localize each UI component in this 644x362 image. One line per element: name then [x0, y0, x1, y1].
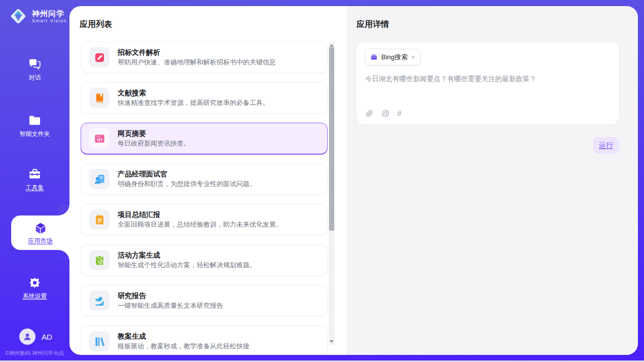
- brand-logo-icon: [8, 6, 28, 26]
- sidebar-item-label: 应用市场: [28, 238, 53, 244]
- sidebar-item-label: 工具集: [26, 185, 44, 191]
- app-card-desc: 明确身份和职责，为您提供专业性的面试问题。: [118, 180, 256, 188]
- app-card-title: 产品经理面试官: [118, 170, 256, 178]
- app-card-title: 招标文件解析: [118, 49, 276, 56]
- book-icon: [89, 88, 110, 108]
- app-card[interactable]: 文献搜索快速精准查找学术资源，提高研究效率的必备工具。: [81, 82, 328, 114]
- at-icon[interactable]: @: [381, 109, 389, 118]
- folder-icon: [28, 114, 42, 127]
- brand: 神州问学 Smart Vision: [8, 6, 67, 26]
- avatar[interactable]: [19, 329, 35, 345]
- app-card-desc: 智能生成个性化活动方案，轻松解决规划难题。: [118, 262, 256, 269]
- user-initials: AD: [42, 333, 52, 341]
- sidebar-item-cube[interactable]: 应用市场: [11, 215, 69, 250]
- app-detail-title: 应用详情: [356, 19, 389, 30]
- notepad-icon: [89, 209, 110, 230]
- copyright-footer: ©神州数码·神州问学出品: [0, 350, 69, 357]
- app-card[interactable]: 活动方案生成智能生成个性化活动方案，轻松解决规划难题。: [81, 244, 328, 276]
- app-card-desc: 每日政府新闻资讯快查。: [118, 140, 190, 147]
- app-card-list: 招标文件解析帮助用户快速、准确地理解和解析招标书中的关键信息文献搜索快速精准查找…: [81, 42, 328, 355]
- microscope-icon: [89, 291, 110, 311]
- app-card-title: 网页摘要: [118, 130, 190, 137]
- gear-icon: [28, 276, 42, 289]
- app-list-title: 应用列表: [80, 19, 112, 30]
- scrollbar[interactable]: [329, 42, 335, 345]
- cube-icon: [33, 221, 48, 236]
- toolbox-icon: [28, 167, 42, 181]
- sidebar-item-folder[interactable]: 智能文件夹: [0, 114, 69, 137]
- app-card-desc: 模板驱动，教案秒成，教学准备从此轻松快捷: [118, 343, 249, 350]
- app-list-pane: 应用列表 招标文件解析帮助用户快速、准确地理解和解析招标书中的关键信息文献搜索快…: [69, 6, 346, 355]
- sidebar: 神州问学 Smart Vision 对话智能文件夹工具集应用市场系统设置 AD …: [0, 0, 69, 362]
- app-card[interactable]: 研究报告一键智能生成高质量长文本研究报告: [81, 285, 328, 316]
- app-card-desc: 一键智能生成高质量长文本研究报告: [118, 302, 223, 309]
- sidebar-item-gear[interactable]: 系统设置: [0, 276, 69, 300]
- main-panel: 应用列表 招标文件解析帮助用户快速、准确地理解和解析招标书中的关键信息文献搜索快…: [69, 6, 638, 355]
- scrollbar-thumb[interactable]: [329, 47, 334, 231]
- prompt-toolbar: @ #: [365, 109, 402, 118]
- app-card-title: 教案生成: [118, 333, 249, 340]
- app-card[interactable]: 网页摘要每日政府新闻资讯快查。: [81, 123, 328, 154]
- app-card-title: 研究报告: [118, 292, 223, 300]
- query-input[interactable]: 今日湖北有哪些新闻要点？有哪些需要关注的最新政策？: [365, 74, 611, 84]
- brand-subtitle: Smart Vision: [32, 18, 67, 24]
- app-card[interactable]: 产品经理面试官明确身份和职责，为您提供专业性的面试问题。: [81, 163, 328, 195]
- paperclip-icon[interactable]: [365, 109, 374, 118]
- edit-square-icon: [89, 47, 110, 67]
- brand-name: 神州问学: [32, 9, 67, 18]
- prompt-card: Bing搜索 × 今日湖北有哪些新闻要点？有哪些需要关注的最新政策？ @ #: [356, 42, 620, 125]
- hash-icon[interactable]: #: [397, 109, 402, 118]
- app-card-title: 文献搜索: [118, 89, 269, 97]
- sidebar-item-label: 对话: [29, 75, 41, 81]
- sidebar-item-toolbox[interactable]: 工具集: [0, 167, 69, 191]
- clipboard-check-icon: [89, 250, 110, 270]
- app-card[interactable]: 招标文件解析帮助用户快速、准确地理解和解析招标书中的关键信息: [81, 42, 328, 73]
- briefcase-icon: [370, 53, 378, 61]
- tool-chip-label: Bing搜索: [381, 53, 408, 62]
- app-card[interactable]: 项目总结汇报全面回顾项目进展，总结经验教训，助力未来优化发展。: [81, 204, 328, 235]
- person-doc-icon: [89, 169, 110, 189]
- scroll-down-icon[interactable]: [329, 339, 335, 343]
- app-card-desc: 快速精准查找学术资源，提高研究效率的必备工具。: [118, 99, 269, 106]
- sidebar-item-label: 系统设置: [23, 293, 47, 300]
- books-icon: [89, 331, 110, 351]
- chip-close-icon[interactable]: ×: [411, 54, 415, 60]
- chat-icon: [28, 57, 42, 71]
- app-detail-pane: 应用详情 Bing搜索 × 今日湖北有哪些新闻要点？有哪些需要关注的最新政策？: [346, 6, 638, 355]
- browser-code-icon: [89, 128, 110, 149]
- sidebar-item-chat[interactable]: 对话: [0, 57, 69, 81]
- sidebar-item-label: 智能文件夹: [20, 131, 50, 137]
- app-card-title: 活动方案生成: [118, 251, 256, 259]
- run-button[interactable]: 运行: [593, 137, 619, 154]
- scroll-up-icon[interactable]: [329, 43, 335, 47]
- app-card-desc: 全面回顾项目进展，总结经验教训，助力未来优化发展。: [118, 221, 282, 228]
- app-card-desc: 帮助用户快速、准确地理解和解析招标书中的关键信息: [118, 59, 276, 66]
- app-card-title: 项目总结汇报: [118, 211, 282, 219]
- app-card[interactable]: 教案生成模板驱动，教案秒成，教学准备从此轻松快捷: [81, 325, 328, 355]
- user-menu[interactable]: AD: [19, 329, 52, 345]
- tool-chip-bing-search[interactable]: Bing搜索 ×: [365, 49, 421, 65]
